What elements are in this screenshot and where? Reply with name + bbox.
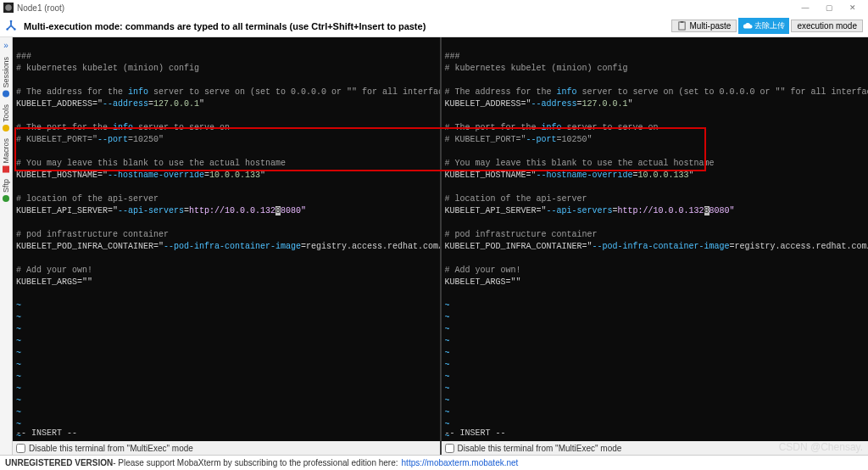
term-text: --port	[97, 135, 128, 144]
term-text: info	[542, 123, 562, 132]
term-text: server to serve on	[562, 123, 659, 132]
maximize-button[interactable]: ▢	[817, 0, 841, 15]
svg-rect-6	[681, 21, 684, 23]
term-text: KUBELET_ADDRESS="	[445, 99, 531, 109]
sidebar-tab-label: Sessions	[2, 57, 10, 88]
term-tilde: ~	[445, 372, 450, 382]
disable-multiexec-checkbox[interactable]	[445, 444, 454, 453]
tools-icon	[3, 125, 9, 131]
term-tilde: ~	[445, 408, 450, 417]
term-tilde: ~	[445, 396, 450, 406]
term-tilde: ~	[16, 301, 21, 311]
svg-point-1	[5, 4, 12, 11]
term-text: =registry.access.redhat.com/rhel7/pod-in…	[301, 242, 439, 251]
term-text: --address	[531, 99, 577, 109]
window-controls: — ▢ ✕	[793, 0, 865, 15]
term-line: # kubernetes kubelet (minion) config	[16, 64, 199, 73]
unregistered-label: UNREGISTERED VERSION	[5, 458, 113, 467]
close-button[interactable]: ✕	[841, 0, 865, 15]
term-text: info	[557, 87, 577, 97]
term-tilde: ~	[445, 325, 450, 334]
main-area: » Sessions Tools Macros Sftp ### # kuber…	[0, 37, 868, 455]
status-bar: UNREGISTERED VERSION - Please support Mo…	[0, 455, 868, 470]
multi-paste-button[interactable]: Multi-paste	[671, 20, 737, 32]
term-text: # KUBELET_PORT="	[16, 135, 97, 144]
term-text: KUBELET_POD_INFRA_CONTAINER="	[445, 242, 593, 251]
app-logo-icon	[3, 3, 14, 13]
term-text: info	[128, 87, 148, 97]
terminal-right[interactable]: ### # kubernetes kubelet (minion) config…	[442, 37, 869, 441]
term-line: # location of the api-server	[445, 194, 587, 204]
multi-paste-label: Multi-paste	[689, 21, 731, 31]
term-text: # The port for the	[445, 123, 542, 132]
svg-rect-5	[679, 22, 685, 30]
term-text: 8080"	[709, 206, 735, 215]
term-text: --hostname-override	[108, 171, 204, 180]
window-title: Node1 (root)	[17, 3, 64, 13]
watermark-text: CSDN @Chensay.	[779, 441, 863, 453]
sidebar-tab-sftp[interactable]: Sftp	[2, 179, 10, 202]
term-text: "	[199, 99, 204, 109]
term-text: "	[628, 99, 633, 109]
term-line: # pod infrastructure container	[445, 230, 598, 239]
term-tilde: ~	[16, 396, 21, 406]
pane-footer-left: Disable this terminal from "MultiExec" m…	[13, 441, 440, 455]
term-line: KUBELET_ARGS=""	[445, 277, 521, 287]
term-tilde: ~	[16, 313, 21, 322]
term-line: # You may leave this blank to use the ac…	[445, 159, 715, 168]
term-text: 10.0.0.133	[209, 171, 260, 180]
term-text: # The address for the	[445, 87, 557, 97]
terminal-left[interactable]: ### # kubernetes kubelet (minion) config…	[13, 37, 440, 441]
svg-point-2	[10, 20, 13, 22]
term-line: KUBELET_ARGS=""	[16, 277, 92, 287]
vim-mode-indicator: -- INSERT --	[445, 428, 506, 439]
sidebar-tab-label: Tools	[2, 104, 10, 122]
cloud-upload-label: 去除上传	[754, 20, 785, 31]
sidebar-tab-label: Sftp	[2, 179, 10, 193]
term-line: # Add your own!	[445, 266, 521, 275]
term-tilde: ~	[16, 372, 21, 382]
term-tilde: ~	[445, 337, 450, 346]
term-text: --port	[526, 135, 557, 144]
disable-multiexec-label: Disable this terminal from "MultiExec" m…	[458, 444, 622, 453]
term-line: # pod infrastructure container	[16, 230, 169, 239]
sidebar-tab-macros[interactable]: Macros	[2, 138, 10, 173]
multiexec-banner: Multi-execution mode: commands are typed…	[0, 15, 868, 37]
disable-multiexec-label: Disable this terminal from "MultiExec" m…	[29, 444, 193, 453]
term-tilde: ~	[445, 361, 450, 370]
term-text: =10250"	[557, 135, 593, 144]
term-text: # The address for the	[16, 87, 128, 97]
terminal-pane-left: ### # kubernetes kubelet (minion) config…	[13, 37, 440, 455]
cloud-upload-button[interactable]: 去除上传	[738, 18, 789, 34]
term-text: KUBELET_HOSTNAME="	[16, 171, 108, 180]
sidebar-tab-label: Macros	[2, 138, 10, 164]
sidebar-tab-tools[interactable]: Tools	[2, 104, 10, 131]
term-text: KUBELET_HOSTNAME="	[445, 171, 537, 180]
svg-point-4	[14, 28, 16, 31]
term-tilde: ~	[16, 408, 21, 417]
term-tilde: ~	[445, 384, 450, 394]
disable-multiexec-checkbox[interactable]	[16, 444, 25, 453]
term-text: "	[689, 171, 694, 180]
term-tilde: ~	[16, 349, 21, 358]
term-line: # Add your own!	[16, 266, 92, 275]
term-text: server to serve on	[133, 123, 230, 132]
sidebar-tab-sessions[interactable]: Sessions	[2, 57, 10, 98]
term-line: # kubernetes kubelet (minion) config	[445, 64, 628, 73]
execution-mode-button[interactable]: execution mode	[791, 20, 863, 32]
term-text: # The port for the	[16, 123, 113, 132]
sidebar-collapse-toggle[interactable]: »	[3, 41, 8, 50]
minimize-button[interactable]: —	[793, 0, 817, 15]
term-text: 8080"	[281, 206, 306, 215]
term-text: --hostname-override	[537, 171, 633, 180]
term-text: --address	[103, 99, 148, 109]
term-tilde: ~	[16, 337, 21, 346]
term-text: --pod-infra-container-image	[164, 242, 301, 251]
mobaxterm-link[interactable]: https://mobaxterm.mobatek.net	[402, 458, 519, 467]
term-text: 10.0.0.133	[638, 171, 689, 180]
term-text: --pod-infra-container-image	[593, 242, 730, 251]
term-text: server to serve on (set to 0.0.0.0 or ""…	[148, 87, 439, 97]
term-text: 127.0.0.1	[582, 99, 628, 109]
term-tilde: ~	[445, 301, 450, 311]
term-text: --api-servers	[118, 206, 184, 215]
